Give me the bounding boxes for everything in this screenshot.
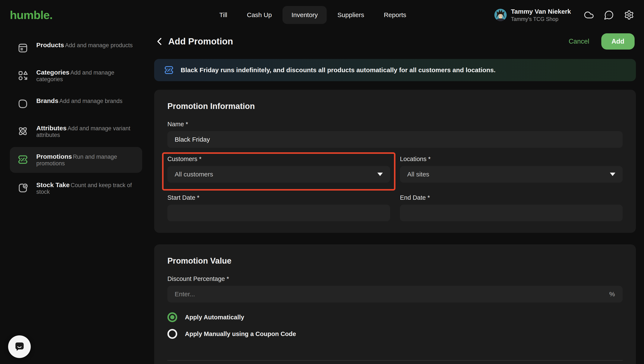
cancel-button[interactable]: Cancel: [568, 38, 589, 45]
sidebar-item-stock-take[interactable]: Stock Take Count and keep track of stock: [10, 175, 142, 201]
chat-bubble-icon: [14, 341, 26, 353]
discount-percentage-label: Discount Percentage *: [168, 275, 623, 282]
topbar-right: Tammy Van Niekerk Tammy's TCG Shop: [494, 8, 634, 22]
radio-label: Apply Manually using a Coupon Code: [185, 330, 296, 337]
sidebar-item-title: Promotions: [36, 153, 72, 160]
top-nav: Till Cash Up Inventory Suppliers Reports: [210, 0, 415, 30]
sidebar-item-title: Brands: [36, 97, 58, 104]
sidebar-item-attributes[interactable]: Attributes Add and manage variant attrib…: [10, 119, 142, 144]
products-box-icon: [17, 42, 29, 54]
coupon-ticket-icon: [163, 64, 175, 76]
avatar: [494, 9, 507, 21]
percent-suffix: %: [609, 290, 615, 298]
sidebar-item-desc: Add and manage products: [65, 42, 132, 49]
banner-text: Black Friday runs indefinitely, and disc…: [181, 67, 496, 74]
brand-logo: humble.: [10, 8, 52, 22]
section-divider: [168, 360, 623, 361]
sidebar-item-title: Attributes: [36, 125, 66, 132]
customers-field-highlighted: Customers * All customers: [168, 156, 390, 183]
page-title: Add Promotion: [168, 36, 233, 47]
end-date-field: End Date *: [400, 194, 623, 221]
attributes-atom-icon: [17, 125, 29, 137]
sidebar-item-categories[interactable]: Categories Add and manage categories: [10, 63, 142, 89]
customers-select[interactable]: All customers: [168, 166, 390, 183]
radio-apply-manually[interactable]: Apply Manually using a Coupon Code: [168, 329, 623, 339]
cloud-sync-icon[interactable]: [584, 10, 594, 20]
categories-shapes-icon: [17, 69, 29, 82]
topbar: humble. Till Cash Up Inventory Suppliers…: [0, 0, 644, 30]
start-date-field: Start Date *: [168, 194, 390, 221]
chevron-left-icon: [154, 36, 165, 47]
sidebar-item-products[interactable]: Products Add and manage products: [10, 36, 142, 60]
locations-field: Locations * All sites: [400, 156, 623, 183]
chat-fab-button[interactable]: [8, 335, 31, 358]
chevron-down-icon: [610, 173, 616, 176]
nav-item-reports[interactable]: Reports: [375, 6, 415, 24]
promotions-ticket-icon: [17, 153, 29, 166]
name-input[interactable]: [168, 131, 623, 148]
nav-item-inventory[interactable]: Inventory: [282, 6, 327, 24]
locations-label: Locations *: [400, 156, 623, 163]
customers-select-value: All customers: [175, 171, 213, 178]
sidebar-item-promotions[interactable]: Promotions Run and manage promotions: [10, 147, 142, 173]
promotion-information-card: Promotion Information Name * Customers *…: [154, 90, 636, 233]
radio-circle[interactable]: [168, 312, 177, 322]
sidebar-item-brands[interactable]: Brands Add and manage brands: [10, 91, 142, 116]
name-label: Name *: [168, 121, 623, 128]
settings-gear-icon[interactable]: [624, 10, 634, 20]
user-name: Tammy Van Niekerk: [511, 8, 571, 15]
promotion-value-title: Promotion Value: [168, 256, 623, 265]
brands-blob-icon: [17, 98, 29, 110]
sidebar-item-title: Stock Take: [36, 181, 70, 188]
nav-item-suppliers[interactable]: Suppliers: [328, 6, 373, 24]
locations-select[interactable]: All sites: [400, 166, 623, 183]
add-button[interactable]: Add: [601, 33, 634, 50]
user-shop: Tammy's TCG Shop: [511, 16, 571, 22]
info-banner: Black Friday runs indefinitely, and disc…: [154, 59, 636, 81]
apply-options: Apply Automatically Apply Manually using…: [168, 312, 623, 339]
page-header: Add Promotion Cancel Add: [154, 30, 636, 53]
start-date-label: Start Date *: [168, 194, 390, 201]
nav-item-cash-up[interactable]: Cash Up: [238, 6, 281, 24]
sidebar: Products Add and manage products Categor…: [0, 30, 152, 209]
start-date-input[interactable]: [168, 205, 390, 221]
end-date-input[interactable]: [400, 205, 623, 221]
end-date-label: End Date *: [400, 194, 623, 201]
sidebar-item-desc: Add and manage brands: [59, 98, 122, 104]
back-button[interactable]: [154, 36, 165, 47]
stock-take-clipboard-icon: [17, 182, 29, 194]
sidebar-item-title: Products: [36, 42, 64, 49]
radio-circle[interactable]: [168, 329, 177, 339]
nav-item-till[interactable]: Till: [210, 6, 236, 24]
customers-label: Customers *: [168, 156, 390, 163]
promotion-information-title: Promotion Information: [168, 102, 623, 111]
sidebar-item-title: Categories: [36, 69, 70, 76]
user-menu[interactable]: Tammy Van Niekerk Tammy's TCG Shop: [494, 8, 571, 22]
chat-icon[interactable]: [604, 10, 614, 20]
promotion-value-card: Promotion Value Discount Percentage * % …: [154, 244, 636, 364]
radio-label: Apply Automatically: [185, 314, 244, 321]
radio-apply-automatically[interactable]: Apply Automatically: [168, 312, 623, 322]
main-content: Add Promotion Cancel Add Black Friday ru…: [154, 30, 636, 364]
chevron-down-icon: [377, 173, 383, 176]
locations-select-value: All sites: [407, 171, 429, 178]
discount-percentage-input[interactable]: [168, 286, 623, 302]
